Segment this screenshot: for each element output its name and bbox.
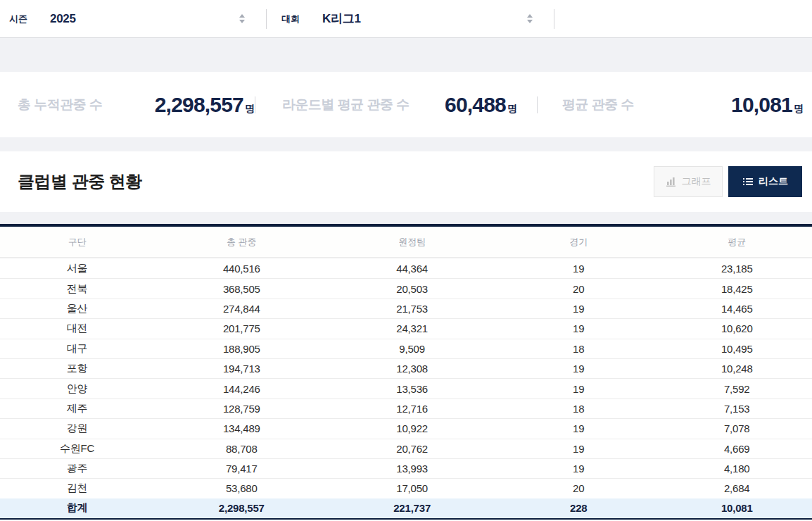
table-cell: 전북 [0,278,154,298]
table-row: 대전201,77524,3211910,620 [0,318,812,338]
table-row: 안양144,24613,536197,592 [0,378,812,398]
table-cell: 7,153 [661,398,812,418]
table-cell: 17,050 [329,478,495,498]
table-cell: 440,516 [154,258,329,278]
table-body: 서울440,51644,3641923,185전북368,50520,50320… [0,258,812,498]
table-cell: 10,495 [661,339,812,358]
table-cell: 10,620 [661,318,812,338]
table-total-row: 합계2,298,557221,73722810,081 [0,498,812,518]
section-title: 클럽별 관중 현황 [18,170,142,193]
table-cell: 18,425 [661,278,812,298]
table-cell: 19 [495,258,662,278]
table-cell: 10,248 [661,358,812,378]
table-cell: 20,762 [329,439,495,458]
season-label: 시즌 [9,13,27,25]
table-cell: 19 [495,378,662,398]
table-row: 수원FC88,70820,762194,669 [0,439,812,458]
table-cell: 9,509 [329,339,495,358]
table-cell: 대전 [0,318,154,338]
table-cell: 4,669 [661,439,812,458]
table-cell: 19 [495,318,662,338]
table-cell: 19 [495,358,662,378]
table-cell: 128,759 [154,398,329,418]
table-cell: 수원FC [0,439,154,458]
table-cell: 12,716 [329,398,495,418]
table-cell: 19 [495,418,662,438]
spacer-band [0,137,812,151]
table-cell: 144,246 [154,378,329,398]
club-attendance-section-header: 클럽별 관중 현황 그래프 리스트 [0,151,812,212]
total-cell: 합계 [0,498,154,518]
list-view-button[interactable]: 리스트 [728,166,802,197]
table-cell: 79,417 [154,458,329,478]
table-row: 포항194,71312,3081910,248 [0,358,812,378]
table-cell: 서울 [0,258,154,278]
table-cell: 10,922 [329,418,495,438]
table-cell: 14,465 [661,299,812,318]
total-cell: 10,081 [661,498,812,518]
table-cell: 20 [495,478,662,498]
table-row: 김천53,68017,050202,684 [0,478,812,498]
table-cell: 13,536 [329,378,495,398]
table-row: 강원134,48910,922197,078 [0,418,812,438]
table-row: 대구188,9059,5091810,495 [0,339,812,358]
table-cell: 김천 [0,478,154,498]
table-cell: 88,708 [154,439,329,458]
stat-unit: 명 [794,103,804,114]
stat-unit: 명 [507,103,517,114]
stat-unit: 명 [245,103,255,114]
table-cell: 19 [495,458,662,478]
table-cell: 7,592 [661,378,812,398]
list-button-label: 리스트 [759,175,788,188]
table-cell: 24,321 [329,318,495,338]
graph-button-label: 그래프 [682,175,711,188]
table-cell: 포항 [0,358,154,378]
column-header: 원정팀 [329,227,495,258]
list-icon [742,176,754,187]
attendance-stats-bar: 총 누적관중 수 2,298,557명 라운드별 평균 관중 수 60,488명… [0,72,812,137]
spacer-band [0,37,812,72]
spacer-band [0,212,812,224]
table-cell: 강원 [0,418,154,438]
stat-label: 총 누적관중 수 [18,96,103,114]
table-cell: 대구 [0,339,154,358]
chevron-updown-icon [527,14,533,23]
table-cell: 12,308 [329,358,495,378]
season-value: 2025 [50,12,76,26]
competition-label: 대회 [281,13,300,25]
table-cell: 울산 [0,299,154,318]
club-attendance-table: 구단총 관중원정팀경기평균 서울440,51644,3641923,185전북3… [0,224,812,520]
table-row: 전북368,50520,5032018,425 [0,278,812,298]
filter-bar: 시즌 2025 대회 K리그1 [0,0,812,37]
table-cell: 134,489 [154,418,329,438]
table-cell: 13,993 [329,458,495,478]
table-cell: 19 [495,299,662,318]
table-cell: 44,364 [329,258,495,278]
table-cell: 201,775 [154,318,329,338]
table-header-row: 구단총 관중원정팀경기평균 [0,227,812,258]
table-cell: 4,180 [661,458,812,478]
table-cell: 21,753 [329,299,495,318]
table-cell: 제주 [0,398,154,418]
graph-view-button[interactable]: 그래프 [654,166,723,197]
total-cell: 2,298,557 [154,498,329,518]
view-toggle: 그래프 리스트 [654,166,802,197]
column-header: 구단 [0,227,154,258]
table-cell: 20,503 [329,278,495,298]
table-cell: 20 [495,278,662,298]
column-header: 평균 [661,227,812,258]
table-cell: 7,078 [661,418,812,438]
stat-value: 60,488명 [445,93,517,117]
table-row: 울산274,84421,7531914,465 [0,299,812,318]
stat-value: 2,298,557명 [155,93,255,117]
table-row: 서울440,51644,3641923,185 [0,258,812,278]
total-cell: 221,737 [329,498,495,518]
table-cell: 274,844 [154,299,329,318]
table-row: 제주128,75912,716187,153 [0,398,812,418]
divider [554,9,554,29]
competition-select[interactable]: 대회 K리그1 [267,0,554,37]
stat-label: 평균 관중 수 [562,96,634,114]
season-select[interactable]: 시즌 2025 [0,0,266,37]
stat-round-average: 라운드별 평균 관중 수 60,488명 [255,93,537,117]
table-cell: 18 [495,398,662,418]
